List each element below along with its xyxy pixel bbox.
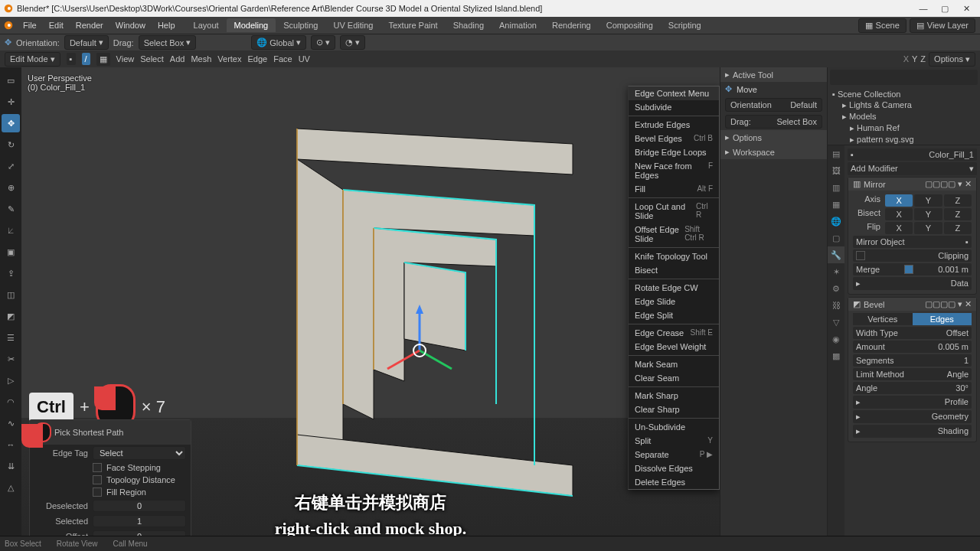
vertex-select-mode[interactable]: ▪ xyxy=(67,53,76,65)
cm-item[interactable]: Clear Seam xyxy=(629,371,719,385)
cm-item[interactable]: Edge Split xyxy=(629,308,719,322)
mode-selector[interactable]: Edit Mode ▾ xyxy=(5,52,60,67)
h-menu-select[interactable]: Select xyxy=(140,54,164,64)
scene-selector[interactable]: ▦ Scene xyxy=(858,18,906,33)
h-menu-add[interactable]: Add xyxy=(170,54,185,64)
tab-texturepaint[interactable]: Texture Paint xyxy=(381,18,445,32)
tool-select-box[interactable]: ▭ xyxy=(2,71,20,90)
tool-measure[interactable]: ⟀ xyxy=(2,221,20,240)
menu-file[interactable]: File xyxy=(17,17,43,34)
tool-move[interactable]: ✥ xyxy=(2,114,20,132)
chk-facestep[interactable] xyxy=(93,463,102,472)
h-menu-vertex[interactable]: Vertex xyxy=(217,54,241,64)
deselected-field[interactable]: 0 xyxy=(93,500,186,512)
ptab-output[interactable]: 🖼 xyxy=(828,162,844,179)
selected-field[interactable]: 1 xyxy=(93,515,186,527)
menu-edit[interactable]: Edit xyxy=(43,17,70,34)
mirror-axis-z[interactable]: Z xyxy=(944,194,972,207)
snap-dropdown[interactable]: ⊙▾ xyxy=(311,35,335,50)
options-header[interactable]: ▸ Options xyxy=(720,130,827,145)
cm-item[interactable]: Extrude Edges xyxy=(629,118,719,132)
ptab-particle[interactable]: ✶ xyxy=(828,263,844,280)
bevel-tab-vert[interactable]: Vertices xyxy=(853,313,913,325)
ptab-viewlayer[interactable]: ▥ xyxy=(828,179,844,196)
h-menu-edge[interactable]: Edge xyxy=(247,54,267,64)
cm-item[interactable]: Clear Sharp xyxy=(629,403,719,416)
cm-item[interactable]: Knife Topology Tool xyxy=(629,249,719,263)
chk-topo[interactable] xyxy=(93,475,102,484)
tool-rotate[interactable]: ↻ xyxy=(2,135,20,154)
tool-scale[interactable]: ⤢ xyxy=(2,157,20,175)
tool-add-cube[interactable]: ▣ xyxy=(2,243,20,261)
tool-spin[interactable]: ◠ xyxy=(2,393,20,411)
cm-item[interactable]: Delete Edges xyxy=(629,475,719,489)
tool-polybuild[interactable]: ▷ xyxy=(2,371,20,390)
cm-item[interactable]: Edge Bevel Weight xyxy=(629,340,719,354)
tool-inset[interactable]: ◫ xyxy=(2,285,20,304)
cm-item[interactable]: Mark Sharp xyxy=(629,389,719,403)
operator-redo-panel[interactable]: Pick Shortest Path Edge Tag Select Face … xyxy=(29,419,191,545)
outliner-item[interactable]: ▸ pattern svg.svg xyxy=(831,134,977,145)
viewport[interactable]: User Perspective (0) Color_Fill_1 xyxy=(21,67,720,551)
edge-tag-select[interactable]: Select xyxy=(93,446,186,460)
add-modifier-dropdown[interactable]: Add Modifier▾ xyxy=(848,162,977,175)
ptab-texture[interactable]: ▩ xyxy=(828,347,844,364)
ptab-render[interactable]: ▤ xyxy=(828,145,844,162)
cm-item[interactable]: SeparateP ▶ xyxy=(629,448,719,461)
cm-item[interactable]: New Face from EdgesF xyxy=(629,159,719,182)
mirror-axis-y[interactable]: Y xyxy=(914,194,942,207)
cm-item[interactable]: SplitY xyxy=(629,434,719,448)
maximize-button[interactable]: ▢ xyxy=(934,1,956,16)
tab-uvediting[interactable]: UV Editing xyxy=(325,18,381,32)
outliner-root[interactable]: ▪ Scene Collection xyxy=(831,89,977,99)
tool-edgeslide[interactable]: ↔ xyxy=(2,435,20,454)
np-orient[interactable]: OrientationDefault xyxy=(725,98,822,112)
tool-shrink[interactable]: ⇊ xyxy=(2,457,20,475)
ptab-data[interactable]: ▽ xyxy=(828,314,844,331)
menu-render[interactable]: Render xyxy=(70,17,109,34)
outliner[interactable]: ▪ Scene Collection ▸ Lights & Camera▸ Mo… xyxy=(828,67,980,145)
tool-loopcut[interactable]: ☰ xyxy=(2,328,20,347)
tab-animation[interactable]: Animation xyxy=(492,18,544,32)
tool-extrude[interactable]: ⇪ xyxy=(2,264,20,282)
tool-cursor[interactable]: ✛ xyxy=(2,93,20,111)
tool-smooth[interactable]: ∿ xyxy=(2,414,20,432)
ptab-scene[interactable]: ▦ xyxy=(828,196,844,213)
outliner-item[interactable]: ▸ Lights & Camera xyxy=(831,99,977,111)
cm-item[interactable]: Edge Slide xyxy=(629,295,719,308)
edge-select-mode[interactable]: / xyxy=(82,53,90,65)
np-drag[interactable]: Drag:Select Box xyxy=(725,115,822,129)
workspace-header[interactable]: ▸ Workspace xyxy=(720,145,827,159)
prop-edit-dropdown[interactable]: ◔▾ xyxy=(340,35,365,50)
cm-item[interactable]: Bridge Edge Loops xyxy=(629,145,719,159)
drag-dropdown[interactable]: Select Box▾ xyxy=(139,35,197,50)
h-menu-view[interactable]: View xyxy=(116,54,135,64)
ptab-object[interactable]: ▢ xyxy=(828,230,844,246)
mirror-axis-x[interactable]: X xyxy=(885,194,913,207)
cm-item[interactable]: Rotate Edge CW xyxy=(629,281,719,295)
cm-item[interactable]: Subdivide xyxy=(629,100,719,114)
outliner-item[interactable]: ▸ Human Ref xyxy=(831,122,977,134)
tab-shading[interactable]: Shading xyxy=(446,18,492,32)
tab-modeling[interactable]: Modeling xyxy=(227,18,276,32)
close-button[interactable]: ✕ xyxy=(956,1,977,16)
tab-compositing[interactable]: Compositing xyxy=(599,18,661,32)
tool-transform[interactable]: ⊕ xyxy=(2,178,20,197)
cm-item[interactable]: Bisect xyxy=(629,263,719,277)
cm-item[interactable]: FillAlt F xyxy=(629,182,719,196)
orientation-dropdown[interactable]: Default▾ xyxy=(64,35,109,50)
minimize-button[interactable]: — xyxy=(913,1,934,16)
h-menu-uv[interactable]: UV xyxy=(299,54,310,64)
ptab-world[interactable]: 🌐 xyxy=(828,213,844,230)
menu-window[interactable]: Window xyxy=(109,17,152,34)
tool-rip[interactable]: △ xyxy=(2,478,20,497)
outliner-item[interactable]: ▸ Models xyxy=(831,111,977,122)
transform-orientation-dropdown[interactable]: 🌐Global▾ xyxy=(251,35,306,50)
cm-item[interactable]: Mark Seam xyxy=(629,357,719,371)
ptab-constraint[interactable]: ⛓ xyxy=(828,297,844,314)
ptab-material[interactable]: ◉ xyxy=(828,331,844,347)
menu-help[interactable]: Help xyxy=(152,17,181,34)
cm-item[interactable]: Loop Cut and SlideCtrl R xyxy=(629,200,719,223)
viewlayer-selector[interactable]: ▤ View Layer xyxy=(910,18,975,33)
outliner-search[interactable] xyxy=(830,70,978,85)
